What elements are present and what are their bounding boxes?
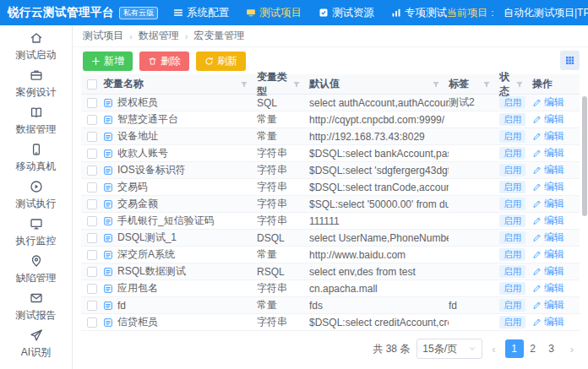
sidebar-item-1[interactable]: 测试启动 — [0, 31, 72, 68]
status-badge[interactable]: 启用 — [499, 299, 525, 312]
breadcrumb-item-2[interactable]: 数据管理 — [139, 29, 179, 43]
edit-button[interactable]: 编辑 — [532, 197, 564, 211]
refresh-button[interactable]: 刷新 — [196, 52, 246, 71]
row-icon[interactable] — [103, 115, 113, 125]
status-badge[interactable]: 启用 — [499, 130, 525, 143]
action-cell: 编辑 — [532, 298, 580, 312]
status-badge[interactable]: 启用 — [499, 265, 525, 278]
filter-icon[interactable] — [292, 80, 301, 89]
sidebar-item-8[interactable]: 测试报告 — [0, 291, 72, 328]
sidebar-item-3[interactable]: 数据管理 — [0, 106, 72, 143]
add-button[interactable]: 新增 — [83, 52, 133, 71]
home-icon — [30, 31, 43, 45]
sidebar-item-9[interactable]: AI识别 — [0, 328, 72, 366]
row-checkbox[interactable] — [87, 250, 97, 260]
page-button-2[interactable]: 2 — [524, 339, 542, 358]
row-checkbox-cell — [81, 250, 103, 260]
current-project-value[interactable]: 自动化测试项目|TP-1904- — [504, 6, 588, 20]
next-page-button[interactable]: › — [568, 343, 576, 355]
status-badge[interactable]: 启用 — [499, 316, 525, 328]
row-icon[interactable] — [103, 301, 113, 311]
edit-button[interactable]: 编辑 — [532, 231, 564, 245]
table-scrollbar[interactable] — [582, 96, 587, 216]
row-icon[interactable] — [103, 199, 113, 209]
row-icon[interactable] — [103, 317, 113, 328]
nav-item-1[interactable]: 系统配置 — [173, 6, 229, 20]
status-cell: 启用 — [499, 130, 532, 143]
filter-icon[interactable] — [432, 80, 440, 89]
edit-button[interactable]: 编辑 — [532, 129, 564, 144]
row-checkbox[interactable] — [87, 182, 97, 193]
row-checkbox[interactable] — [87, 267, 97, 277]
edit-button-label: 编辑 — [544, 231, 564, 245]
status-badge[interactable]: 启用 — [499, 96, 525, 109]
page-button-1[interactable]: 1 — [505, 339, 524, 358]
edit-icon — [532, 132, 542, 141]
edit-button[interactable]: 编辑 — [532, 281, 564, 296]
edit-button[interactable]: 编辑 — [532, 298, 564, 312]
breadcrumb-item-1[interactable]: 测试项目 — [83, 29, 123, 43]
filter-icon[interactable] — [515, 80, 524, 89]
row-checkbox[interactable] — [87, 98, 97, 108]
edit-button[interactable]: 编辑 — [532, 112, 564, 127]
row-checkbox[interactable] — [87, 149, 97, 159]
row-icon[interactable] — [103, 149, 113, 159]
row-checkbox-cell — [81, 233, 103, 243]
sidebar-item-6[interactable]: 执行监控 — [0, 217, 72, 254]
row-checkbox[interactable] — [87, 284, 97, 294]
row-icon[interactable] — [103, 182, 113, 193]
delete-button[interactable]: 删除 — [139, 52, 189, 71]
row-icon[interactable] — [103, 267, 113, 277]
edit-button[interactable]: 编辑 — [532, 214, 564, 228]
edit-button[interactable]: 编辑 — [532, 264, 564, 279]
edit-button[interactable]: 编辑 — [532, 146, 564, 160]
edit-button[interactable]: 编辑 — [532, 247, 564, 262]
sidebar-item-2[interactable]: 案例设计 — [0, 68, 72, 106]
status-badge[interactable]: 启用 — [499, 282, 525, 295]
row-checkbox[interactable] — [87, 301, 97, 311]
status-badge[interactable]: 启用 — [499, 198, 525, 210]
row-checkbox[interactable] — [87, 115, 97, 125]
status-badge[interactable]: 启用 — [499, 181, 525, 193]
status-badge[interactable]: 启用 — [499, 231, 525, 244]
status-badge[interactable]: 启用 — [499, 113, 525, 126]
row-icon[interactable] — [103, 98, 113, 108]
row-checkbox[interactable] — [87, 317, 97, 328]
sidebar-item-7[interactable]: 缺陷管理 — [0, 254, 72, 291]
filter-icon[interactable] — [482, 80, 491, 89]
status-badge[interactable]: 启用 — [499, 248, 525, 261]
status-badge[interactable]: 启用 — [499, 147, 525, 160]
row-icon[interactable] — [103, 250, 113, 260]
nav-item-3[interactable]: 测试资源 — [318, 6, 374, 20]
row-icon[interactable] — [103, 233, 113, 243]
status-badge[interactable]: 启用 — [499, 214, 525, 227]
row-checkbox[interactable] — [87, 132, 97, 142]
filter-icon[interactable] — [240, 80, 248, 89]
status-badge[interactable]: 启用 — [499, 164, 525, 176]
row-checkbox[interactable] — [87, 216, 97, 226]
pagination: 共 38 条 15条/页 ‹ 123 › — [73, 331, 588, 359]
page-button-3[interactable]: 3 — [542, 339, 561, 358]
edit-button[interactable]: 编辑 — [532, 180, 564, 194]
row-checkbox[interactable] — [87, 233, 97, 243]
edit-button[interactable]: 编辑 — [532, 95, 564, 110]
page-size-select[interactable]: 15条/页 — [416, 339, 482, 359]
row-checkbox[interactable] — [87, 199, 97, 209]
table-row-11: RSQL数据测试RSQLselect env,des from test启用编辑 — [81, 263, 580, 280]
column-settings-button[interactable] — [560, 51, 580, 70]
status-cell: 启用 — [499, 214, 532, 227]
prev-page-button[interactable]: ‹ — [489, 343, 498, 355]
row-icon[interactable] — [103, 216, 113, 226]
row-checkbox[interactable] — [87, 166, 97, 176]
nav-item-2[interactable]: 测试项目 — [246, 6, 302, 20]
edit-button[interactable]: 编辑 — [532, 315, 564, 329]
breadcrumb-item-3[interactable]: 宏变量管理 — [193, 29, 244, 43]
sidebar-item-4[interactable]: 移动真机 — [0, 143, 72, 180]
nav-item-4[interactable]: 专项测试 — [391, 6, 447, 20]
select-all-checkbox[interactable] — [87, 79, 97, 90]
sidebar-item-5[interactable]: 测试执行 — [0, 180, 72, 217]
row-icon[interactable] — [103, 166, 113, 176]
row-icon[interactable] — [103, 132, 113, 142]
row-icon[interactable] — [103, 284, 113, 294]
edit-button[interactable]: 编辑 — [532, 163, 564, 177]
